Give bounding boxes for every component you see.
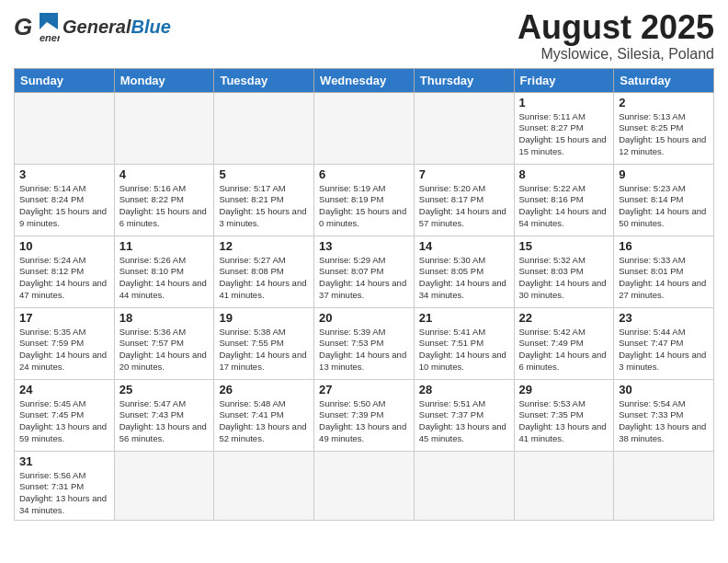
calendar-cell bbox=[314, 451, 415, 520]
calendar-cell bbox=[114, 92, 214, 164]
day-info: Sunrise: 5:19 AM Sunset: 8:19 PM Dayligh… bbox=[319, 183, 409, 230]
day-number: 3 bbox=[19, 167, 109, 181]
header-wednesday: Wednesday bbox=[314, 68, 415, 92]
calendar-row-4: 17Sunrise: 5:35 AM Sunset: 7:59 PM Dayli… bbox=[15, 307, 714, 379]
calendar-cell: 15Sunrise: 5:32 AM Sunset: 8:03 PM Dayli… bbox=[514, 236, 614, 307]
calendar-cell: 31Sunrise: 5:56 AM Sunset: 7:31 PM Dayli… bbox=[15, 451, 115, 520]
calendar-cell: 21Sunrise: 5:41 AM Sunset: 7:51 PM Dayli… bbox=[414, 307, 514, 379]
location-title: Myslowice, Silesia, Poland bbox=[518, 46, 714, 63]
calendar-cell: 20Sunrise: 5:39 AM Sunset: 7:53 PM Dayli… bbox=[314, 307, 415, 379]
day-number: 30 bbox=[619, 383, 709, 396]
day-number: 21 bbox=[419, 311, 509, 325]
day-info: Sunrise: 5:54 AM Sunset: 7:33 PM Dayligh… bbox=[619, 398, 709, 445]
svg-text:G: G bbox=[14, 13, 32, 40]
calendar-cell: 28Sunrise: 5:51 AM Sunset: 7:37 PM Dayli… bbox=[414, 379, 514, 451]
calendar-cell: 16Sunrise: 5:33 AM Sunset: 8:01 PM Dayli… bbox=[614, 236, 714, 307]
weekday-header-row: Sunday Monday Tuesday Wednesday Thursday… bbox=[15, 68, 714, 92]
day-info: Sunrise: 5:38 AM Sunset: 7:55 PM Dayligh… bbox=[219, 327, 309, 373]
calendar-cell: 9Sunrise: 5:23 AM Sunset: 8:14 PM Daylig… bbox=[614, 164, 714, 236]
day-number: 9 bbox=[619, 167, 709, 181]
day-number: 16 bbox=[619, 239, 709, 253]
day-info: Sunrise: 5:23 AM Sunset: 8:14 PM Dayligh… bbox=[619, 183, 709, 230]
svg-text:eneral: eneral bbox=[40, 32, 60, 43]
logo-general: GeneralBlue bbox=[63, 17, 171, 36]
day-number: 11 bbox=[119, 239, 210, 253]
day-info: Sunrise: 5:45 AM Sunset: 7:45 PM Dayligh… bbox=[19, 398, 109, 445]
calendar-row-3: 10Sunrise: 5:24 AM Sunset: 8:12 PM Dayli… bbox=[15, 236, 714, 307]
day-number: 22 bbox=[519, 311, 609, 325]
calendar-cell: 11Sunrise: 5:26 AM Sunset: 8:10 PM Dayli… bbox=[114, 236, 214, 307]
calendar-body: 1Sunrise: 5:11 AM Sunset: 8:27 PM Daylig… bbox=[15, 92, 714, 520]
calendar-cell: 19Sunrise: 5:38 AM Sunset: 7:55 PM Dayli… bbox=[214, 307, 314, 379]
day-info: Sunrise: 5:44 AM Sunset: 7:47 PM Dayligh… bbox=[619, 327, 709, 373]
day-info: Sunrise: 5:13 AM Sunset: 8:25 PM Dayligh… bbox=[619, 111, 709, 158]
logo: G eneral GeneralBlue bbox=[14, 9, 171, 44]
calendar-cell: 30Sunrise: 5:54 AM Sunset: 7:33 PM Dayli… bbox=[614, 379, 714, 451]
header: G eneral GeneralBlue August 2025 Myslowi… bbox=[14, 9, 714, 63]
day-number: 5 bbox=[219, 167, 309, 181]
day-number: 8 bbox=[519, 167, 609, 181]
calendar-cell bbox=[15, 92, 115, 164]
calendar-row-1: 1Sunrise: 5:11 AM Sunset: 8:27 PM Daylig… bbox=[15, 92, 714, 164]
day-info: Sunrise: 5:51 AM Sunset: 7:37 PM Dayligh… bbox=[419, 398, 509, 445]
day-info: Sunrise: 5:22 AM Sunset: 8:16 PM Dayligh… bbox=[519, 183, 609, 230]
day-number: 4 bbox=[119, 167, 210, 181]
day-info: Sunrise: 5:32 AM Sunset: 8:03 PM Dayligh… bbox=[519, 255, 609, 302]
header-monday: Monday bbox=[114, 68, 214, 92]
calendar-cell: 24Sunrise: 5:45 AM Sunset: 7:45 PM Dayli… bbox=[15, 379, 115, 451]
day-info: Sunrise: 5:26 AM Sunset: 8:10 PM Dayligh… bbox=[119, 255, 210, 302]
day-number: 27 bbox=[319, 383, 409, 396]
calendar-cell: 6Sunrise: 5:19 AM Sunset: 8:19 PM Daylig… bbox=[314, 164, 415, 236]
day-info: Sunrise: 5:14 AM Sunset: 8:24 PM Dayligh… bbox=[19, 183, 109, 230]
day-number: 1 bbox=[519, 96, 609, 109]
logo-icon: G eneral bbox=[14, 9, 60, 44]
day-info: Sunrise: 5:27 AM Sunset: 8:08 PM Dayligh… bbox=[219, 255, 309, 302]
calendar-cell: 7Sunrise: 5:20 AM Sunset: 8:17 PM Daylig… bbox=[414, 164, 514, 236]
calendar-cell bbox=[314, 92, 415, 164]
day-info: Sunrise: 5:29 AM Sunset: 8:07 PM Dayligh… bbox=[319, 255, 409, 302]
day-info: Sunrise: 5:39 AM Sunset: 7:53 PM Dayligh… bbox=[319, 327, 409, 373]
day-info: Sunrise: 5:35 AM Sunset: 7:59 PM Dayligh… bbox=[19, 327, 109, 373]
calendar-cell: 8Sunrise: 5:22 AM Sunset: 8:16 PM Daylig… bbox=[514, 164, 614, 236]
logo-blue: Blue bbox=[131, 17, 170, 37]
calendar-cell: 25Sunrise: 5:47 AM Sunset: 7:43 PM Dayli… bbox=[114, 379, 214, 451]
day-info: Sunrise: 5:41 AM Sunset: 7:51 PM Dayligh… bbox=[419, 327, 509, 373]
calendar-cell: 13Sunrise: 5:29 AM Sunset: 8:07 PM Dayli… bbox=[314, 236, 415, 307]
day-info: Sunrise: 5:48 AM Sunset: 7:41 PM Dayligh… bbox=[219, 398, 309, 445]
day-info: Sunrise: 5:50 AM Sunset: 7:39 PM Dayligh… bbox=[319, 398, 409, 445]
calendar-cell bbox=[514, 451, 614, 520]
day-number: 29 bbox=[519, 383, 609, 396]
day-number: 6 bbox=[319, 167, 409, 181]
calendar-cell: 27Sunrise: 5:50 AM Sunset: 7:39 PM Dayli… bbox=[314, 379, 415, 451]
calendar-cell: 1Sunrise: 5:11 AM Sunset: 8:27 PM Daylig… bbox=[514, 92, 614, 164]
calendar-cell: 3Sunrise: 5:14 AM Sunset: 8:24 PM Daylig… bbox=[15, 164, 115, 236]
title-area: August 2025 Myslowice, Silesia, Poland bbox=[518, 9, 714, 63]
calendar-cell: 4Sunrise: 5:16 AM Sunset: 8:22 PM Daylig… bbox=[114, 164, 214, 236]
calendar-cell: 26Sunrise: 5:48 AM Sunset: 7:41 PM Dayli… bbox=[214, 379, 314, 451]
day-number: 10 bbox=[19, 239, 109, 253]
day-info: Sunrise: 5:16 AM Sunset: 8:22 PM Dayligh… bbox=[119, 183, 210, 230]
calendar-cell bbox=[414, 451, 514, 520]
calendar-cell: 12Sunrise: 5:27 AM Sunset: 8:08 PM Dayli… bbox=[214, 236, 314, 307]
day-number: 19 bbox=[219, 311, 309, 325]
calendar-cell bbox=[214, 451, 314, 520]
day-info: Sunrise: 5:17 AM Sunset: 8:21 PM Dayligh… bbox=[219, 183, 309, 230]
day-number: 14 bbox=[419, 239, 509, 253]
calendar-cell: 23Sunrise: 5:44 AM Sunset: 7:47 PM Dayli… bbox=[614, 307, 714, 379]
day-info: Sunrise: 5:11 AM Sunset: 8:27 PM Dayligh… bbox=[519, 111, 609, 158]
day-info: Sunrise: 5:20 AM Sunset: 8:17 PM Dayligh… bbox=[419, 183, 509, 230]
day-number: 7 bbox=[419, 167, 509, 181]
day-info: Sunrise: 5:53 AM Sunset: 7:35 PM Dayligh… bbox=[519, 398, 609, 445]
calendar-cell: 17Sunrise: 5:35 AM Sunset: 7:59 PM Dayli… bbox=[15, 307, 115, 379]
day-number: 20 bbox=[319, 311, 409, 325]
logo-area: G eneral GeneralBlue bbox=[14, 9, 171, 44]
day-number: 13 bbox=[319, 239, 409, 253]
month-title: August 2025 bbox=[518, 9, 714, 46]
header-saturday: Saturday bbox=[614, 68, 714, 92]
page: G eneral GeneralBlue August 2025 Myslowi… bbox=[0, 0, 728, 530]
day-number: 25 bbox=[119, 383, 210, 396]
day-number: 26 bbox=[219, 383, 309, 396]
calendar-row-6: 31Sunrise: 5:56 AM Sunset: 7:31 PM Dayli… bbox=[15, 451, 714, 520]
calendar-cell: 14Sunrise: 5:30 AM Sunset: 8:05 PM Dayli… bbox=[414, 236, 514, 307]
header-thursday: Thursday bbox=[414, 68, 514, 92]
